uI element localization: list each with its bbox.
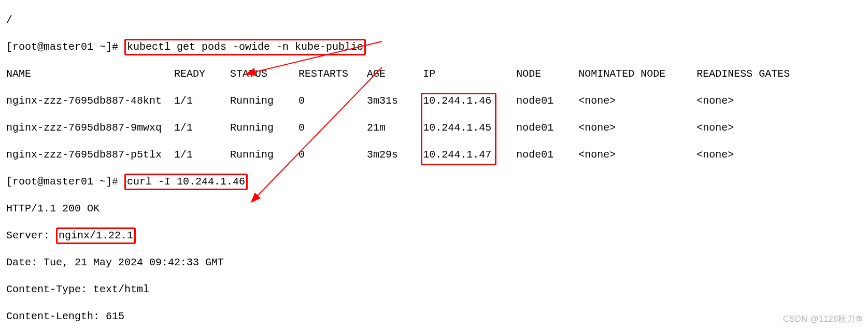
http-header: Content-Type: text/html: [6, 283, 862, 296]
slash-line: /: [6, 13, 862, 27]
http-header: Content-Length: 615: [6, 310, 862, 323]
prompt-line-2[interactable]: [root@master01 ~]# curl -I 10.244.1.46: [6, 175, 862, 189]
terminal-output: / [root@master01 ~]# kubectl get pods -o…: [0, 0, 868, 328]
prompt: [root@master01 ~]#: [6, 41, 124, 53]
table-row: nginx-zzz-7695db887-48knt 1/1 Running 0 …: [6, 94, 862, 108]
table-header: NAME READY STATUS RESTARTS AGE IP NODE N…: [6, 67, 862, 81]
http-status: HTTP/1.1 200 OK: [6, 202, 862, 216]
table-row: nginx-zzz-7695db887-9mwxq 1/1 Running 0 …: [6, 121, 862, 135]
table-row: nginx-zzz-7695db887-p5tlx 1/1 Running 0 …: [6, 148, 862, 162]
command-kubectl: kubectl get pods -owide -n kube-public: [124, 39, 366, 55]
prompt-line-1[interactable]: [root@master01 ~]# kubectl get pods -owi…: [6, 40, 862, 54]
http-server: Server: nginx/1.22.1: [6, 229, 862, 243]
prompt: [root@master01 ~]#: [6, 176, 124, 188]
command-curl-1: curl -I 10.244.1.46: [124, 174, 248, 190]
watermark: CSDN @1126秋刀鱼: [783, 314, 864, 325]
http-header: Date: Tue, 21 May 2024 09:42:33 GMT: [6, 256, 862, 269]
server-version: nginx/1.22.1: [56, 227, 136, 244]
